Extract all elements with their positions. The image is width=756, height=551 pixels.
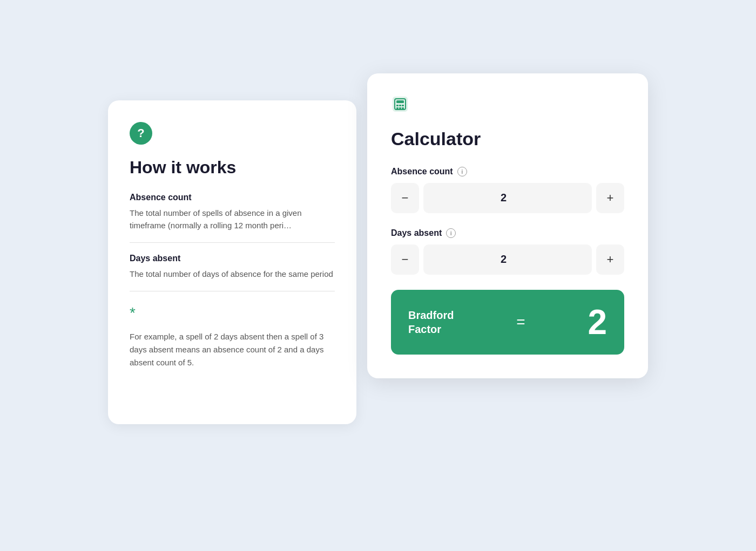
absence-count-input[interactable]: [423, 183, 592, 213]
bradford-factor-label: BradfordFactor: [408, 308, 454, 336]
calculator-title: Calculator: [391, 128, 624, 149]
absence-count-label: Absence count i: [391, 167, 624, 176]
days-absent-stepper: − +: [391, 244, 624, 275]
svg-rect-6: [396, 107, 399, 109]
svg-rect-2: [396, 100, 404, 103]
asterisk-icon: *: [130, 304, 335, 322]
equals-sign: =: [516, 314, 525, 331]
absence-count-increment-button[interactable]: +: [596, 183, 624, 213]
days-absent-label: Days absent i: [391, 228, 624, 238]
how-it-works-title: How it works: [130, 158, 335, 178]
question-icon: ?: [130, 122, 152, 145]
how-it-works-card: ? How it works Absence count The total n…: [108, 100, 356, 424]
days-absent-decrement-button[interactable]: −: [391, 244, 419, 275]
days-absent-desc: The total number of days of absence for …: [130, 268, 335, 280]
svg-rect-3: [396, 105, 399, 106]
days-absent-definition: Days absent The total number of days of …: [130, 242, 335, 280]
days-absent-info-icon[interactable]: i: [446, 228, 456, 238]
svg-rect-5: [402, 105, 404, 106]
divider: [130, 291, 335, 291]
result-banner: BradfordFactor = 2: [391, 290, 624, 355]
absence-count-desc: The total number of spells of absence in…: [130, 207, 335, 232]
calculator-card: Calculator Absence count i − + Days abse…: [367, 73, 648, 378]
calculator-icon: [391, 95, 624, 118]
bradford-factor-value: 2: [588, 305, 607, 339]
svg-rect-4: [399, 105, 401, 106]
absence-count-term: Absence count: [130, 193, 335, 202]
absence-count-stepper: − +: [391, 183, 624, 213]
svg-rect-8: [402, 107, 404, 109]
scene: ? How it works Absence count The total n…: [108, 73, 648, 478]
absence-count-info-icon[interactable]: i: [457, 167, 467, 176]
days-absent-increment-button[interactable]: +: [596, 244, 624, 275]
example-text: For example, a spell of 2 days absent th…: [130, 330, 335, 369]
absence-count-decrement-button[interactable]: −: [391, 183, 419, 213]
days-absent-term: Days absent: [130, 254, 335, 263]
absence-count-definition: Absence count The total number of spells…: [130, 193, 335, 232]
days-absent-input[interactable]: [423, 244, 592, 275]
svg-rect-7: [399, 107, 401, 109]
